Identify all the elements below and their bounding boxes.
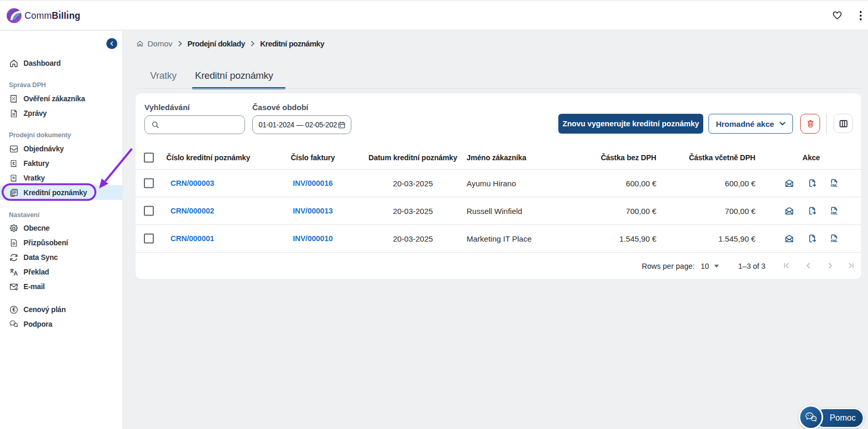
svg-text:€: € <box>12 307 15 313</box>
svg-text:XML: XML <box>830 184 838 187</box>
svg-text:XML: XML <box>830 239 838 243</box>
svg-text:€: € <box>13 160 15 165</box>
svg-text:XML: XML <box>830 211 838 215</box>
